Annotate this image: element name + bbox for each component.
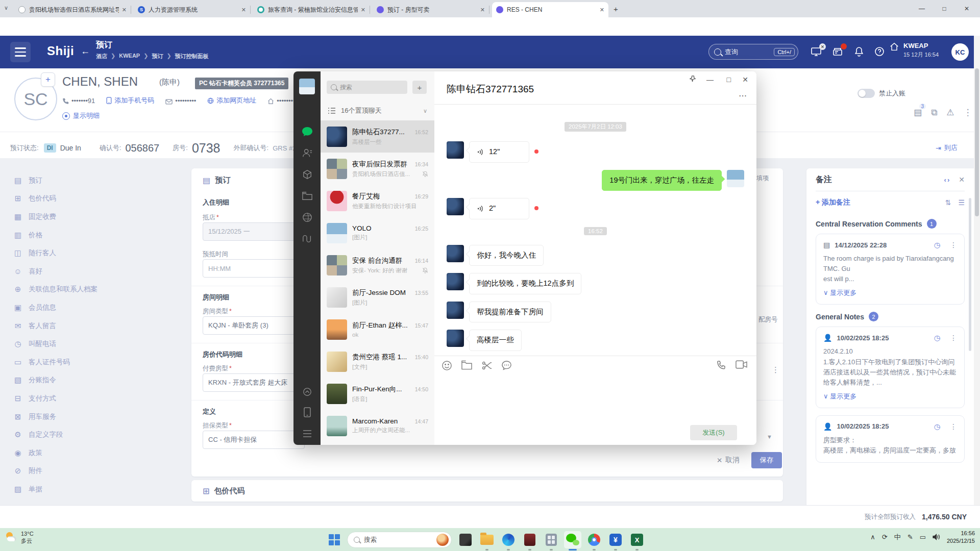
breadcrumb-item[interactable]: 预订控制面板	[175, 53, 209, 60]
sidebar-item[interactable]: ▧分账指令	[13, 371, 166, 390]
field-kebab-icon[interactable]: ⋮	[772, 365, 779, 374]
sidebar-item[interactable]: ⊕关联信息和联系人档案	[13, 281, 166, 299]
page-scrollbar-thumb[interactable]	[975, 68, 979, 216]
video-call-icon[interactable]	[736, 360, 747, 370]
new-chat-button[interactable]: +	[412, 81, 427, 94]
sidebar-item[interactable]: ◉政策	[13, 444, 166, 462]
global-search-input[interactable]: 查询 Ctrl+/	[708, 44, 798, 60]
sidebar-item[interactable]: ⊟支付方式	[13, 389, 166, 408]
documents-icon[interactable]: ▤3	[914, 107, 922, 118]
breadcrumb-item[interactable]: KWEAP	[119, 53, 140, 60]
show-details-link[interactable]: 显示明细	[62, 111, 100, 120]
mini-programs-icon[interactable]	[301, 233, 313, 244]
browser-tab[interactable]: 旅客查询 - 紫楠旅馆业治安信息管✕	[253, 2, 370, 17]
taskbar-search[interactable]: 搜索	[347, 532, 452, 548]
voice-message-bubble[interactable]: 2"	[469, 198, 529, 219]
message-bubble[interactable]: 你好，我今晚入住	[469, 245, 544, 266]
tab-close-icon[interactable]: ✕	[480, 7, 485, 13]
notes-scrollbar[interactable]	[969, 198, 971, 351]
warning-icon[interactable]: ⚠	[946, 107, 954, 118]
sort-notes-icon[interactable]: ⇅	[945, 198, 951, 207]
window-minimize-button[interactable]: —	[911, 0, 933, 17]
room-type-input[interactable]: KQJN - 单卧套房 (3)	[203, 316, 305, 335]
sidebar-item[interactable]: ✉客人留言	[13, 317, 166, 335]
channels-icon[interactable]	[301, 211, 313, 223]
expand-panel-icon[interactable]: ‹›	[944, 176, 951, 184]
filter-notes-icon[interactable]: ☰	[958, 198, 965, 207]
voice-call-icon[interactable]	[716, 360, 726, 370]
help-icon[interactable]	[874, 46, 886, 58]
window-close-button[interactable]: ✕	[955, 0, 978, 17]
browser-tab[interactable]: 预订 - 房型可卖✕	[373, 2, 489, 17]
new-tab-button[interactable]: +	[614, 5, 618, 13]
eta-input[interactable]: HH:MM	[203, 259, 305, 278]
hamburger-menu-icon[interactable]	[10, 42, 31, 62]
taskbar-app-wechat[interactable]	[564, 531, 581, 548]
browser-tab[interactable]: RES - CHEN✕	[492, 2, 608, 17]
window-maximize-button[interactable]: □	[933, 0, 955, 17]
phone-icon[interactable]	[301, 406, 313, 418]
sidebar-item[interactable]: ⊘附件	[13, 462, 166, 481]
pin-window-icon[interactable]	[690, 76, 696, 82]
chat-list-item[interactable]: 贵州空港 蔡瑶 1...15:40[文件]	[321, 345, 434, 378]
chat-list-item[interactable]: Fin-Pur-Ken向...14:50[语音]	[321, 378, 434, 410]
taskbar-clock[interactable]: 16:562025/12/15	[947, 530, 975, 545]
pen-icon[interactable]: ✎	[908, 533, 913, 541]
close-window-icon[interactable]: ✕	[742, 76, 748, 84]
browser-tab[interactable]: S人力资源管理系统✕	[134, 2, 250, 17]
guarantee-input[interactable]: CC - 信用卡担保	[203, 431, 305, 449]
files-icon[interactable]	[301, 190, 313, 202]
property-block[interactable]: KWEAP 15 12月 16:54	[889, 42, 939, 59]
breadcrumb-item[interactable]: 酒店	[96, 53, 107, 60]
taskbar-app-phone-app[interactable]	[521, 531, 538, 548]
taskbar-weather[interactable]: 13°C多云	[5, 530, 34, 545]
favorites-icon[interactable]	[301, 168, 313, 180]
pay-room-input[interactable]: KRXN - 开放式套房 超大床	[203, 373, 305, 392]
start-button[interactable]	[327, 532, 342, 547]
taskbar-app-calculator-app[interactable]	[543, 531, 560, 548]
taskbar-app-file-explorer[interactable]	[478, 531, 496, 548]
maximize-window-icon[interactable]: □	[727, 76, 731, 84]
sidebar-item[interactable]: ▥价格	[13, 226, 166, 244]
sidebar-item[interactable]: ☺喜好	[13, 262, 166, 281]
toggle-switch[interactable]	[857, 89, 875, 98]
more-actions-icon[interactable]: ⋮	[963, 107, 972, 118]
sidebar-item[interactable]: ▭客人证件号码	[13, 353, 166, 371]
taskbar-app-pos-app[interactable]	[457, 531, 474, 548]
select-caret-icon[interactable]: ▼	[767, 434, 772, 440]
wechat-search-input[interactable]: 搜索	[327, 81, 407, 94]
tray-expand-icon[interactable]: ∧	[870, 533, 875, 541]
history-clock-icon[interactable]: ◷	[934, 334, 940, 342]
sidebar-item[interactable]: ▤预订	[13, 171, 166, 190]
history-clock-icon[interactable]: ◷	[934, 241, 940, 249]
chat-list-item[interactable]: 陈申钻石37277...16:52高楼层一些	[321, 120, 434, 153]
no-post-toggle[interactable]: 禁止入账	[857, 89, 905, 98]
copy-icon[interactable]: ⧉	[931, 108, 937, 118]
package-code-card[interactable]: ⊞包价代码	[191, 480, 783, 502]
volume-icon[interactable]	[933, 534, 940, 540]
cancel-button[interactable]: ✕取消	[717, 452, 739, 468]
tab-close-icon[interactable]: ✕	[122, 7, 127, 13]
breadcrumb-item[interactable]: 预订	[152, 53, 163, 60]
tab-search-chevron-icon[interactable]: ∨	[4, 5, 8, 11]
contacts-icon[interactable]	[301, 147, 313, 159]
breadcrumb[interactable]: 酒店❯KWEAP❯预订❯预订控制面板	[96, 53, 209, 60]
close-panel-icon[interactable]: ✕	[959, 176, 965, 184]
cashier-lock-icon[interactable]	[832, 46, 844, 58]
show-more-link[interactable]: ∨ 显示更多	[823, 392, 957, 401]
add-note-button[interactable]: + 添加备注	[816, 198, 938, 207]
arrival-input[interactable]: 15/12/2025 一	[203, 222, 305, 241]
taskbar-app-excel[interactable]: X	[628, 531, 646, 548]
link-icon[interactable]	[301, 386, 313, 397]
tray-sync-icon[interactable]: ⟳	[882, 533, 888, 541]
chats-icon[interactable]	[301, 126, 313, 137]
chat-list-item[interactable]: 夜审后假日发票群16:34贵阳机场假日酒店值...	[321, 153, 434, 185]
tab-close-icon[interactable]: ✕	[361, 7, 365, 13]
chat-list-item[interactable]: 前厅-Jessie DOM13:55[图片]	[321, 281, 434, 313]
chat-list-item[interactable]: 餐厅艾梅16:29他要重新给我们设计项目	[321, 185, 434, 217]
chat-list-item[interactable]: 安保 前台沟通群16:14安保- York: 好的 谢谢	[321, 249, 434, 281]
note-kebab-icon[interactable]: ⋮	[950, 422, 957, 431]
taskbar-app-finance-app[interactable]: ¥	[607, 531, 624, 548]
check-in-button[interactable]: ⇥到店	[936, 143, 958, 153]
send-button[interactable]: 发送(S)	[690, 425, 737, 440]
